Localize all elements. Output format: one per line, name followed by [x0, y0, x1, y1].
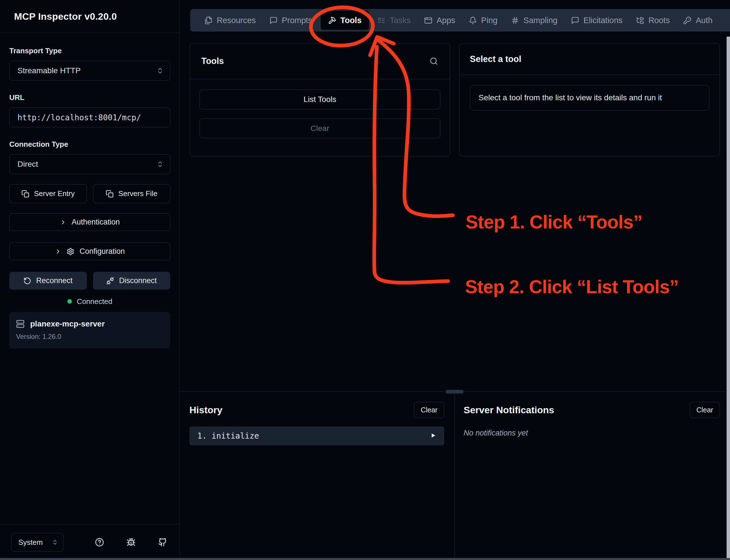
authentication-label: Authentication: [72, 218, 120, 226]
mcp-inspector-app: MCP Inspector v0.20.0 Transport Type Str…: [0, 0, 730, 560]
theme-select[interactable]: System: [11, 533, 63, 552]
transport-type-value: Streamable HTTP: [17, 66, 81, 75]
servers-file-button[interactable]: Servers File: [93, 184, 170, 203]
sidebar-header: MCP Inspector v0.20.0: [0, 0, 179, 33]
history-item-label: 1. initialize: [197, 431, 259, 441]
message-square-icon: [571, 16, 579, 25]
server-name: planexe-mcp-server: [30, 319, 105, 328]
reconnect-button[interactable]: Reconnect: [9, 272, 87, 290]
chevron-right-icon: [60, 219, 66, 226]
hammer-icon: [328, 16, 336, 25]
sidebar-footer: System: [0, 524, 179, 560]
github-icon[interactable]: [158, 538, 167, 547]
select-tool-panel: Select a tool Select a tool from the lis…: [460, 43, 720, 156]
sidebar-body: Transport Type Streamable HTTP URL http:…: [0, 46, 179, 348]
unplug-icon: [106, 277, 114, 285]
server-card: planexe-mcp-server Version: 1.26.0: [9, 312, 170, 348]
server-icon: [16, 320, 25, 328]
history-pane: History Clear 1. initialize: [180, 392, 455, 445]
tab-sampling[interactable]: Sampling: [504, 9, 564, 32]
copy-icon: [21, 190, 29, 198]
sidebar: MCP Inspector v0.20.0 Transport Type Str…: [0, 0, 180, 560]
files-icon: [204, 16, 212, 25]
tools-panel: Tools List Tools Clear: [190, 43, 450, 156]
chevrons-up-down-icon: [156, 161, 164, 168]
key-icon: [683, 16, 691, 25]
server-entry-label: Server Entry: [34, 189, 75, 198]
connection-status: Connected: [9, 297, 170, 305]
tab-ping[interactable]: Ping: [462, 9, 504, 32]
connection-type-select[interactable]: Direct: [9, 154, 170, 174]
transport-type-select[interactable]: Streamable HTTP: [9, 61, 170, 81]
tab-label: Tools: [340, 16, 361, 25]
disconnect-button[interactable]: Disconnect: [93, 272, 170, 290]
history-item-initialize[interactable]: 1. initialize: [189, 426, 444, 445]
chevrons-up-down-icon: [156, 67, 164, 74]
connection-type-label: Connection Type: [9, 140, 170, 149]
chevron-right-icon: [55, 248, 61, 255]
connection-status-text: Connected: [77, 297, 112, 306]
bug-icon[interactable]: [126, 538, 136, 547]
transport-type-label: Transport Type: [9, 46, 170, 55]
tab-apps[interactable]: Apps: [418, 9, 462, 32]
app-window-icon: [424, 16, 432, 25]
tab-prompts[interactable]: Prompts: [263, 9, 319, 32]
annotation-step1-text: Step 1. Click “Tools”: [466, 211, 642, 233]
tab-auth[interactable]: Auth: [676, 9, 719, 32]
tab-label: Sampling: [523, 16, 558, 25]
chevrons-up-down-icon: [52, 539, 58, 545]
server-version: Version: 1.26.0: [16, 333, 163, 341]
play-icon: [430, 432, 436, 440]
hash-icon: [511, 16, 519, 25]
select-tool-title: Select a tool: [470, 54, 522, 64]
list-todo-icon: [378, 16, 386, 25]
tab-label: Prompts: [282, 16, 312, 25]
connected-dot: [67, 299, 72, 304]
select-tool-message: Select a tool from the list to view its …: [470, 85, 709, 110]
reconnect-label: Reconnect: [36, 276, 72, 285]
tab-label: Resources: [217, 16, 256, 25]
folder-tree-icon: [636, 16, 644, 25]
history-clear-button[interactable]: Clear: [414, 402, 444, 418]
tab-tools[interactable]: Tools: [321, 11, 369, 30]
server-notifications-pane: Server Notifications Clear No notificati…: [455, 392, 730, 437]
message-square-icon: [269, 16, 277, 25]
copy-icon: [106, 190, 114, 198]
annotation-step2-text: Step 2. Click “List Tools”: [465, 276, 679, 297]
app-title: MCP Inspector v0.20.0: [14, 11, 117, 22]
tools-panel-title: Tools: [201, 56, 224, 66]
bell-icon: [469, 16, 477, 25]
vertical-scrollbar[interactable]: [727, 37, 730, 558]
servers-file-label: Servers File: [118, 189, 157, 198]
help-icon[interactable]: [95, 538, 104, 547]
gear-icon: [66, 248, 74, 255]
tab-label: Tasks: [390, 16, 411, 25]
tab-resources[interactable]: Resources: [197, 9, 263, 32]
tab-label: Ping: [481, 16, 498, 25]
tab-label: Roots: [649, 16, 670, 25]
url-input[interactable]: http://localhost:8001/mcp/: [9, 108, 170, 127]
connection-type-value: Direct: [17, 160, 38, 169]
disconnect-label: Disconnect: [119, 276, 157, 285]
url-label: URL: [9, 93, 170, 102]
server-notifications-title: Server Notifications: [464, 405, 554, 415]
tab-label: Auth: [696, 16, 713, 25]
configuration-label: Configuration: [79, 247, 125, 256]
main-tabbar: Resources Prompts Tools Tasks Apps Ping …: [190, 9, 730, 32]
horizontal-scrollbar[interactable]: [0, 558, 730, 560]
authentication-toggle[interactable]: Authentication: [9, 213, 170, 231]
tab-tasks[interactable]: Tasks: [371, 9, 418, 32]
tab-elicitations[interactable]: Elicitations: [564, 9, 629, 32]
server-entry-button[interactable]: Server Entry: [9, 184, 87, 203]
search-icon[interactable]: [430, 57, 438, 65]
tools-clear-button[interactable]: Clear: [199, 119, 440, 138]
tab-roots[interactable]: Roots: [629, 9, 677, 32]
history-title: History: [189, 405, 222, 415]
notifications-empty-text: No notifications yet: [464, 429, 720, 437]
notifications-clear-button[interactable]: Clear: [690, 402, 720, 418]
configuration-toggle[interactable]: Configuration: [9, 243, 170, 260]
theme-value: System: [18, 538, 43, 547]
list-tools-button[interactable]: List Tools: [199, 90, 440, 109]
tab-label: Elicitations: [584, 16, 623, 25]
rotate-ccw-icon: [23, 277, 31, 285]
